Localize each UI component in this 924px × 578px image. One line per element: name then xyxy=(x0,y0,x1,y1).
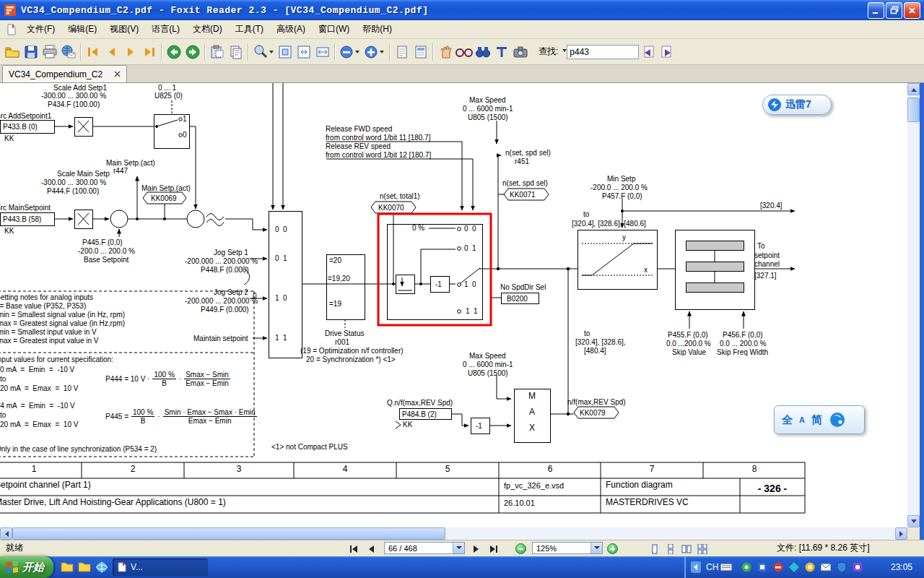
minimize-button[interactable] xyxy=(868,2,884,19)
find-input[interactable] xyxy=(567,45,639,59)
fit-width-button[interactable] xyxy=(313,43,332,61)
taskbar-window-button[interactable]: V... xyxy=(113,558,208,576)
tray-icon[interactable] xyxy=(836,561,847,573)
param-box-label: P443.B (58) xyxy=(3,215,41,223)
start-label: 开始 xyxy=(22,561,44,574)
document-page[interactable]: Scale Add Setp1 -300.00 ... 300.00 % P43… xyxy=(0,83,907,527)
continuous-facing-layout-button[interactable] xyxy=(696,543,709,555)
quick-launch-folder-2[interactable] xyxy=(77,559,92,575)
fit-page-button[interactable] xyxy=(295,43,313,61)
single-page-view-button[interactable] xyxy=(393,43,411,61)
status-prev-page-button[interactable] xyxy=(364,543,378,555)
quick-launch-browser[interactable] xyxy=(94,559,110,575)
save-button[interactable] xyxy=(22,43,40,61)
tray-icon[interactable] xyxy=(820,561,832,573)
continuous-layout-button[interactable] xyxy=(664,543,677,555)
vertical-scrollbar[interactable] xyxy=(907,83,920,527)
restore-button[interactable] xyxy=(886,2,902,19)
menu-language[interactable]: 语言(L) xyxy=(145,20,186,38)
zoom-combo[interactable]: 125% xyxy=(532,542,603,554)
page-number-combo[interactable]: 66 / 468 xyxy=(384,542,465,554)
clipboard-button[interactable] xyxy=(227,43,245,61)
tray-icon[interactable] xyxy=(852,561,863,573)
menu-view[interactable]: 视图(V) xyxy=(103,20,145,38)
tray-icon[interactable] xyxy=(772,561,784,573)
ime-simplified-toggle[interactable]: 简 xyxy=(811,413,822,427)
tray-collapse-button[interactable] xyxy=(690,561,702,573)
vertical-scroll-thumb[interactable] xyxy=(907,98,920,122)
close-button[interactable] xyxy=(904,2,920,19)
tray-icon[interactable] xyxy=(788,561,800,573)
thunder-floating-badge[interactable]: 迅雷7 xyxy=(762,95,832,115)
go-forward-button[interactable] xyxy=(183,43,202,61)
status-next-page-button[interactable] xyxy=(469,543,484,555)
tab-vc34-compendium[interactable]: VC34_Compendium_C2 xyxy=(2,65,127,82)
status-last-page-button[interactable] xyxy=(487,543,501,555)
scroll-down-button[interactable] xyxy=(907,515,920,527)
snapshot-camera-button[interactable] xyxy=(511,43,530,61)
menu-file[interactable]: 文件(F) xyxy=(20,20,61,38)
diagram-label: 0 ... 6000 min-1 xyxy=(463,361,513,368)
quick-launch-folder[interactable] xyxy=(59,559,75,575)
find-next-button[interactable] xyxy=(658,43,676,61)
ime-mode-letter[interactable]: A xyxy=(799,415,805,424)
diagram-label: U825 (0) xyxy=(154,92,183,100)
zoom-in-button[interactable] xyxy=(362,43,387,61)
tab-bar: VC34_Compendium_C2 xyxy=(0,65,924,83)
thunder-label: 迅雷7 xyxy=(785,98,811,111)
print-button[interactable] xyxy=(40,43,59,61)
single-page-layout-button[interactable] xyxy=(648,543,661,555)
go-back-button[interactable] xyxy=(165,43,183,61)
combo-caret[interactable] xyxy=(590,543,602,553)
tray-icon[interactable] xyxy=(757,561,768,573)
first-page-button[interactable] xyxy=(84,43,103,61)
keyboard-indicator-icon[interactable] xyxy=(720,561,732,573)
zoom-out-button[interactable] xyxy=(515,543,526,554)
ime-fullwidth-toggle[interactable]: 全 xyxy=(782,413,793,427)
hand-tool-button[interactable] xyxy=(436,43,455,61)
prev-page-button[interactable] xyxy=(103,43,121,61)
diagram-label: 1 1 xyxy=(466,307,478,315)
scroll-up-button[interactable] xyxy=(907,83,920,95)
loupe-tool-button[interactable] xyxy=(455,43,474,61)
start-button[interactable]: 开始 xyxy=(0,556,53,578)
scroll-right-button[interactable] xyxy=(895,527,907,540)
zoom-in-button[interactable] xyxy=(607,543,618,554)
status-first-page-button[interactable] xyxy=(346,543,361,555)
menu-tools[interactable]: 工具(T) xyxy=(229,20,270,38)
open-button[interactable] xyxy=(3,43,22,61)
menu-help[interactable]: 帮助(H) xyxy=(356,20,398,38)
next-page-button[interactable] xyxy=(121,43,140,61)
clock[interactable]: 23:05 xyxy=(891,562,912,572)
menu-advanced[interactable]: 高级(A) xyxy=(270,20,312,38)
reading-layout-button[interactable] xyxy=(411,43,430,61)
diagram-label: Src AddSetpoint1 xyxy=(0,112,51,120)
diagram-label: setpoint xyxy=(754,251,780,259)
last-page-button[interactable] xyxy=(140,43,159,61)
menu-window[interactable]: 窗口(W) xyxy=(312,20,356,38)
text-tool-button[interactable] xyxy=(492,43,511,61)
find-previous-button[interactable] xyxy=(639,43,658,61)
table-cell: MASTERDRIVES VC xyxy=(606,498,689,507)
horizontal-scrollbar[interactable] xyxy=(0,527,907,540)
menu-edit[interactable]: 编辑(E) xyxy=(61,20,103,38)
horizontal-scroll-thumb[interactable] xyxy=(12,527,445,540)
ime-logo-icon[interactable] xyxy=(829,411,846,428)
snapshot-button[interactable] xyxy=(208,43,227,61)
ime-language-indicator[interactable]: CH xyxy=(706,562,718,572)
zoom-tool-button[interactable] xyxy=(251,43,276,61)
thunder-icon xyxy=(767,98,782,112)
email-button[interactable] xyxy=(59,43,78,61)
menu-document[interactable]: 文档(D) xyxy=(186,20,229,38)
combo-caret[interactable] xyxy=(453,543,464,553)
scroll-left-button[interactable] xyxy=(0,527,12,540)
tray-icon[interactable] xyxy=(804,561,816,573)
zoom-out-button[interactable] xyxy=(338,43,362,61)
tab-close-icon[interactable] xyxy=(114,71,121,77)
search-button[interactable] xyxy=(474,43,492,61)
input-method-bar[interactable]: 全 A 简 xyxy=(774,405,865,434)
find-next-icon xyxy=(660,45,674,59)
facing-layout-button[interactable] xyxy=(680,543,693,555)
actual-size-button[interactable] xyxy=(276,43,295,61)
tray-icon[interactable] xyxy=(741,561,752,573)
